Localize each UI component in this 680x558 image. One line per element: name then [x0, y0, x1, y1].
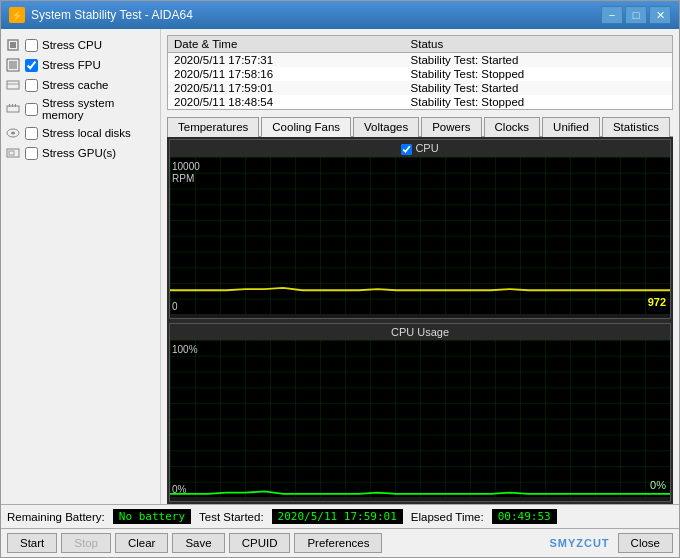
stress-memory-label: Stress system memory	[42, 97, 156, 121]
log-datetime: 2020/5/11 18:48:54	[168, 95, 405, 109]
svg-rect-3	[9, 61, 17, 69]
stress-gpu-checkbox[interactable]	[25, 147, 38, 160]
stress-gpu-item: Stress GPU(s)	[5, 143, 156, 163]
close-window-button[interactable]: ✕	[649, 6, 671, 24]
window-title: System Stability Test - AIDA64	[31, 8, 601, 22]
log-datetime: 2020/5/11 17:58:16	[168, 67, 405, 81]
rpm-label-bottom: 0	[172, 301, 178, 312]
stress-gpu-label: Stress GPU(s)	[42, 147, 116, 159]
maximize-button[interactable]: □	[625, 6, 647, 24]
preferences-button[interactable]: Preferences	[294, 533, 382, 553]
log-status: Stability Test: Started	[405, 53, 672, 68]
cpu-fan-svg	[170, 157, 670, 315]
minimize-button[interactable]: −	[601, 6, 623, 24]
stress-cpu-label: Stress CPU	[42, 39, 102, 51]
start-button[interactable]: Start	[7, 533, 57, 553]
stress-cache-label: Stress cache	[42, 79, 108, 91]
cpu-usage-chart-body: 100% 0% 0%	[170, 340, 670, 498]
cpu-usage-chart: CPU Usage 100% 0% 0%	[169, 323, 671, 503]
save-button[interactable]: Save	[172, 533, 224, 553]
usage-current-value: 0%	[650, 479, 666, 491]
status-bar: Remaining Battery: No battery Test Start…	[1, 504, 679, 528]
stress-cache-item: Stress cache	[5, 75, 156, 95]
cpu-fan-title: CPU	[170, 140, 670, 157]
cpuid-button[interactable]: CPUID	[229, 533, 291, 553]
tab-unified[interactable]: Unified	[542, 117, 600, 137]
stress-fpu-checkbox[interactable]	[25, 59, 38, 72]
tabs-container: Temperatures Cooling Fans Voltages Power…	[161, 116, 679, 137]
log-row: 2020/5/11 17:59:01Stability Test: Starte…	[168, 81, 672, 95]
charts-area: CPU 10000 RPM 0 972	[167, 137, 673, 504]
tab-voltages[interactable]: Voltages	[353, 117, 419, 137]
cpu-usage-title: CPU Usage	[170, 324, 670, 340]
tabs: Temperatures Cooling Fans Voltages Power…	[167, 116, 673, 137]
svg-rect-17	[170, 340, 670, 498]
tab-powers[interactable]: Powers	[421, 117, 481, 137]
log-status: Stability Test: Stopped	[405, 67, 672, 81]
tab-clocks[interactable]: Clocks	[484, 117, 541, 137]
stress-options-panel: Stress CPU Stress FPU Stress cache	[1, 29, 161, 504]
close-button[interactable]: Close	[618, 533, 673, 553]
log-datetime: 2020/5/11 17:59:01	[168, 81, 405, 95]
svg-point-11	[11, 132, 15, 135]
cpu-fan-chart-body: 10000 RPM 0 972	[170, 157, 670, 315]
memory-icon	[5, 101, 21, 117]
app-icon: ⚡	[9, 7, 25, 23]
clear-button[interactable]: Clear	[115, 533, 168, 553]
pct-label-top: 100%	[172, 344, 198, 355]
tab-temperatures[interactable]: Temperatures	[167, 117, 259, 137]
elapsed-time-label: Elapsed Time:	[411, 511, 484, 523]
disk-icon	[5, 125, 21, 141]
stop-button[interactable]: Stop	[61, 533, 111, 553]
test-started-value: 2020/5/11 17:59:01	[272, 509, 403, 524]
stress-cpu-item: Stress CPU	[5, 35, 156, 55]
log-row: 2020/5/11 17:58:16Stability Test: Stoppe…	[168, 67, 672, 81]
remaining-battery-label: Remaining Battery:	[7, 511, 105, 523]
stress-local-disks-checkbox[interactable]	[25, 127, 38, 140]
stress-cache-checkbox[interactable]	[25, 79, 38, 92]
tab-statistics[interactable]: Statistics	[602, 117, 670, 137]
log-row: 2020/5/11 17:57:31Stability Test: Starte…	[168, 53, 672, 68]
main-content: Stress CPU Stress FPU Stress cache	[1, 29, 679, 504]
log-datetime: 2020/5/11 17:57:31	[168, 53, 405, 68]
log-row: 2020/5/11 18:48:54Stability Test: Stoppe…	[168, 95, 672, 109]
title-bar: ⚡ System Stability Test - AIDA64 − □ ✕	[1, 1, 679, 29]
stress-local-disks-label: Stress local disks	[42, 127, 131, 139]
svg-rect-1	[10, 42, 16, 48]
tab-cooling-fans[interactable]: Cooling Fans	[261, 117, 351, 137]
col-status: Status	[405, 36, 672, 53]
stress-memory-item: Stress system memory	[5, 95, 156, 123]
right-panel: Date & Time Status 2020/5/11 17:57:31Sta…	[161, 29, 679, 504]
svg-rect-4	[7, 81, 19, 89]
log-status: Stability Test: Stopped	[405, 95, 672, 109]
svg-rect-7	[9, 104, 10, 107]
test-started-label: Test Started:	[199, 511, 264, 523]
remaining-battery-value: No battery	[113, 509, 191, 524]
svg-rect-13	[9, 151, 14, 155]
cpu-usage-svg	[170, 340, 670, 498]
svg-rect-8	[12, 104, 13, 107]
pct-label-bottom: 0%	[172, 484, 186, 495]
bottom-bar: Start Stop Clear Save CPUID Preferences …	[1, 528, 679, 557]
cpu-fan-chart: CPU 10000 RPM 0 972	[169, 139, 671, 319]
cache-icon	[5, 77, 21, 93]
stress-memory-checkbox[interactable]	[25, 103, 38, 116]
svg-rect-9	[15, 104, 16, 107]
title-buttons: − □ ✕	[601, 6, 671, 24]
cpu-legend-checkbox[interactable]	[401, 144, 412, 155]
log-status: Stability Test: Started	[405, 81, 672, 95]
fpu-icon	[5, 57, 21, 73]
gpu-icon	[5, 145, 21, 161]
rpm-label-top: 10000 RPM	[172, 161, 200, 185]
stress-cpu-checkbox[interactable]	[25, 39, 38, 52]
stress-fpu-label: Stress FPU	[42, 59, 101, 71]
rpm-current-value: 972	[648, 296, 666, 308]
stress-fpu-item: Stress FPU	[5, 55, 156, 75]
branding-text: SMYZCUT	[549, 537, 609, 549]
main-window: ⚡ System Stability Test - AIDA64 − □ ✕ S…	[0, 0, 680, 558]
cpu-icon	[5, 37, 21, 53]
stress-local-disks-item: Stress local disks	[5, 123, 156, 143]
log-table: Date & Time Status 2020/5/11 17:57:31Sta…	[167, 35, 673, 110]
elapsed-time-value: 00:49:53	[492, 509, 557, 524]
col-datetime: Date & Time	[168, 36, 405, 53]
